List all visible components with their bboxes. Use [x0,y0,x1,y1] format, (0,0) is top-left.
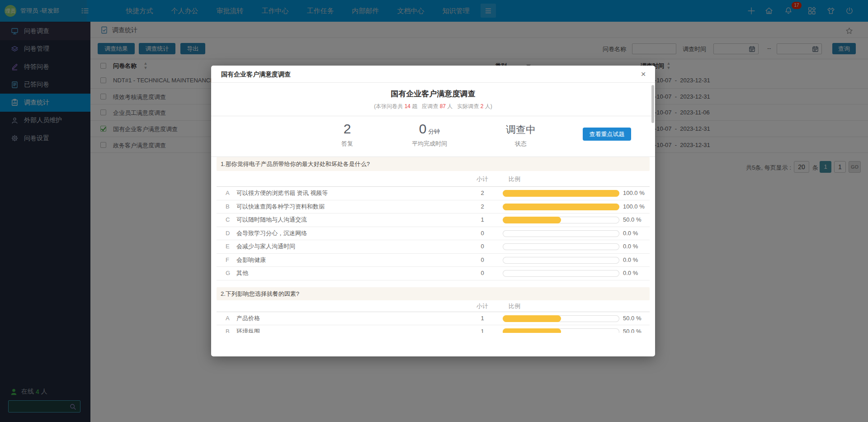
answer-ratio-bar [503,328,619,333]
answer-ratio-bar [503,315,619,322]
close-icon[interactable]: × [639,70,648,79]
answer-text: 其他 [236,267,248,280]
answer-pct: 100.0 % [623,187,645,199]
answer-key: A [226,312,230,325]
answer-ratio-bar [503,190,619,197]
answer-text: 产品价格 [236,312,260,325]
answer-row: G其他00.0 % [217,267,650,280]
answer-text: 会影响健康 [236,254,266,266]
answer-count: 2 [470,187,495,199]
answer-ratio-bar [503,217,619,223]
modal-header: 国有企业客户满意度调查 × [211,66,655,83]
answer-row: D会导致学习分心，沉迷网络00.0 % [217,227,650,241]
answer-pct: 50.0 % [623,325,641,333]
answer-key: A [226,187,230,199]
answer-key: E [226,240,230,253]
answer-text: 可以很方便的浏览书籍 资讯 视频等 [236,187,328,199]
answer-count: 1 [470,325,495,333]
view-key-questions-button[interactable]: 查看重点试题 [583,128,631,141]
answer-pct: 0.0 % [623,227,638,240]
answer-row: A可以很方便的浏览书籍 资讯 视频等2100.0 % [217,187,650,200]
answer-key: G [226,267,230,280]
answer-ratio-bar [503,230,619,237]
answer-row: B环境氛围150.0 % [217,325,650,333]
answer-pct: 0.0 % [623,240,638,253]
modal-scrollbar[interactable] [651,85,654,123]
answer-pct: 50.0 % [623,213,641,226]
answer-text: 可以随时随地与人沟通交流 [236,213,307,226]
survey-title: 国有企业客户满意度调查 [217,89,650,99]
answer-ratio-bar [503,257,619,264]
modal-body: 国有企业客户满意度调查 (本张问卷共 14 题 应调查 87 人 实际调查 2 … [211,83,655,333]
answer-pct: 100.0 % [623,200,645,213]
answer-key: B [226,200,230,213]
survey-stats-modal: 国有企业客户满意度调查 × 国有企业客户满意度调查 (本张问卷共 14 题 应调… [211,66,655,356]
answer-count: 1 [470,312,495,325]
answer-row: C可以随时随地与人沟通交流150.0 % [217,213,650,227]
answer-text: 环境氛围 [236,325,260,333]
answer-pct: 0.0 % [623,254,638,266]
answer-count: 2 [470,200,495,213]
answer-count: 0 [470,254,495,266]
answer-row: E会减少与家人沟通时间00.0 % [217,240,650,254]
stat-label: 平均完成时间 [398,140,461,148]
question-title: 1.那你觉得电子产品所带给你的最大好处和坏处各是什么? [217,157,650,171]
stat-label: 答复 [316,140,379,148]
col-subtotal: 小计 [470,300,495,312]
answer-count: 1 [470,213,495,226]
col-subtotal: 小计 [470,171,495,187]
survey-stats-row: 查看重点试题 2答复0 分钟平均完成时间调查中状态 [217,116,650,156]
answer-ratio-bar [503,204,619,210]
answer-text: 可以快速查阅各种学习资料和数据 [236,200,325,213]
question-title: 2.下列影响您选择就餐的因素? [217,287,650,300]
question-columns-header: 小计比例 [217,300,650,312]
answer-pct: 50.0 % [623,312,641,325]
answer-count: 0 [470,267,495,280]
col-ratio: 比例 [509,171,520,187]
modal-title: 国有企业客户满意度调查 [221,66,291,83]
answer-text: 会导致学习分心，沉迷网络 [236,227,307,240]
answer-count: 0 [470,240,495,253]
stat-2: 0 分钟平均完成时间 [398,116,461,148]
answer-key: F [226,254,229,266]
answer-ratio-bar [503,270,619,277]
answer-key: D [226,227,230,240]
stat-value: 2 [316,121,379,138]
answer-key: C [226,213,230,226]
stat-value: 0 分钟 [398,121,461,138]
question-columns-header: 小计比例 [217,171,650,187]
answer-row: F会影响健康00.0 % [217,254,650,267]
answer-row: A产品价格150.0 % [217,312,650,326]
answer-ratio-bar [503,243,619,250]
stat-value: 调查中 [489,121,552,138]
col-ratio: 比例 [509,300,520,312]
answer-pct: 0.0 % [623,267,638,280]
survey-meta: (本张问卷共 14 题 应调查 87 人 实际调查 2 人) [217,103,650,110]
answer-count: 0 [470,227,495,240]
stat-3: 调查中状态 [489,116,552,148]
stat-label: 状态 [489,140,552,148]
answer-key: B [226,325,230,333]
answer-text: 会减少与家人沟通时间 [236,240,295,253]
app-root: 理员 管理员 -研发部 快捷方式个人办公审批流转工作中心工作任务内部邮件文档中心… [0,0,868,422]
answer-row: B可以快速查阅各种学习资料和数据2100.0 % [217,200,650,214]
stat-1: 2答复 [316,116,379,148]
